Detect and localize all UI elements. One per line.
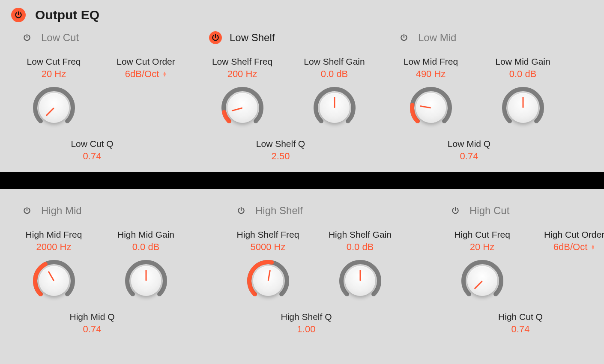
low-cut-param-1: Low Cut Order 6dB/Oct ▲▼ bbox=[113, 57, 179, 130]
knob[interactable] bbox=[32, 259, 76, 303]
module-high-mid-power-button[interactable] bbox=[21, 204, 33, 217]
module-low-mid-params: Low Mid Freq 490 Hz Low Mid Gain 0.0 dB bbox=[390, 46, 578, 130]
module-high-mid-q-value[interactable]: 0.74 bbox=[13, 324, 171, 335]
high-cut-param-0-label: High Cut Freq bbox=[454, 230, 510, 240]
module-high-mid-title: High Mid bbox=[41, 205, 82, 217]
module-low-cut-header: Low Cut bbox=[13, 29, 201, 46]
module-high-shelf-header: High Shelf bbox=[227, 202, 441, 219]
module-high-shelf-q-value[interactable]: 1.00 bbox=[227, 324, 386, 335]
low-mid-param-0-label: Low Mid Freq bbox=[404, 57, 458, 67]
eq-row-bottom: High Mid High Mid Freq 2000 Hz High Mid … bbox=[0, 189, 604, 345]
high-mid-param-1: High Mid Gain 0.0 dB bbox=[113, 230, 179, 303]
knob[interactable] bbox=[220, 86, 265, 130]
module-high-cut-title: High Cut bbox=[469, 205, 509, 217]
module-low-cut-power-button[interactable] bbox=[21, 31, 33, 44]
high-cut-param-1-label: High Cut Order bbox=[544, 230, 604, 240]
module-high-shelf-power-button[interactable] bbox=[235, 204, 248, 217]
low-mid-param-0: Low Mid Freq 490 Hz bbox=[398, 57, 464, 130]
low-cut-param-0-label: Low Cut Freq bbox=[27, 57, 81, 67]
module-high-shelf-q: High Shelf Q 1.00 bbox=[227, 312, 386, 335]
low-shelf-param-1: Low Shelf Gain 0.0 dB bbox=[301, 57, 368, 130]
low-cut-param-1-label: Low Cut Order bbox=[117, 57, 175, 67]
knob[interactable] bbox=[312, 86, 357, 130]
high-cut-param-1: High Cut Order 6dB/Oct ▲▼ bbox=[541, 230, 604, 303]
high-cut-param-0-value[interactable]: 20 Hz bbox=[470, 242, 494, 253]
module-high-mid-header: High Mid bbox=[13, 202, 227, 219]
chevron-up-down-icon: ▲▼ bbox=[162, 72, 167, 77]
module-low-cut-q: Low Cut Q 0.74 bbox=[13, 139, 171, 162]
module-low-shelf-header: Low Shelf bbox=[201, 29, 390, 46]
module-low-shelf: Low Shelf Low Shelf Freq 200 Hz Low Shel… bbox=[201, 29, 390, 162]
knob[interactable] bbox=[32, 86, 76, 130]
high-mid-param-0-value[interactable]: 2000 Hz bbox=[36, 242, 72, 253]
module-low-mid: Low Mid Low Mid Freq 490 Hz Low Mid Gain… bbox=[390, 29, 578, 162]
module-low-shelf-power-button[interactable] bbox=[209, 31, 222, 44]
high-mid-param-1-value[interactable]: 0.0 dB bbox=[132, 242, 160, 253]
module-high-cut: High Cut High Cut Freq 20 Hz High Cut Or… bbox=[441, 202, 604, 335]
chevron-up-down-icon: ▲▼ bbox=[591, 245, 595, 250]
high-shelf-param-1-value[interactable]: 0.0 dB bbox=[347, 242, 374, 253]
master-header: Output EQ bbox=[0, 0, 604, 25]
module-low-shelf-q: Low Shelf Q 2.50 bbox=[201, 139, 360, 162]
low-shelf-param-0-value[interactable]: 200 Hz bbox=[227, 69, 257, 80]
module-high-cut-power-button[interactable] bbox=[449, 204, 462, 217]
module-low-cut-q-value[interactable]: 0.74 bbox=[13, 151, 171, 162]
high-shelf-param-0: High Shelf Freq 5000 Hz bbox=[235, 230, 301, 303]
knob[interactable] bbox=[124, 259, 168, 303]
module-low-cut: Low Cut Low Cut Freq 20 Hz Low Cut Order… bbox=[13, 29, 201, 162]
module-low-mid-q-label: Low Mid Q bbox=[390, 139, 548, 149]
module-low-mid-power-button[interactable] bbox=[398, 31, 410, 44]
low-shelf-param-1-label: Low Shelf Gain bbox=[304, 57, 365, 67]
knob[interactable] bbox=[501, 86, 545, 130]
module-low-mid-q-value[interactable]: 0.74 bbox=[390, 151, 548, 162]
low-mid-param-0-value[interactable]: 490 Hz bbox=[416, 69, 446, 80]
page-title: Output EQ bbox=[35, 8, 99, 22]
module-high-shelf-title: High Shelf bbox=[255, 205, 303, 217]
high-cut-param-1-select[interactable]: 6dB/Oct ▲▼ bbox=[553, 242, 595, 253]
knob[interactable] bbox=[409, 86, 453, 130]
high-shelf-param-0-value[interactable]: 5000 Hz bbox=[251, 242, 286, 253]
knob[interactable] bbox=[246, 259, 290, 303]
low-cut-param-1-select-value: 6dB/Oct bbox=[125, 69, 159, 80]
high-shelf-param-0-label: High Shelf Freq bbox=[237, 230, 299, 240]
low-mid-param-1: Low Mid Gain 0.0 dB bbox=[490, 57, 556, 130]
high-cut-param-0: High Cut Freq 20 Hz bbox=[449, 230, 515, 303]
high-mid-param-1-label: High Mid Gain bbox=[117, 230, 174, 240]
high-shelf-param-1-label: High Shelf Gain bbox=[329, 230, 392, 240]
knob[interactable] bbox=[460, 259, 505, 303]
module-low-mid-header: Low Mid bbox=[390, 29, 578, 46]
high-cut-param-1-select-value: 6dB/Oct bbox=[553, 242, 587, 253]
module-high-cut-q-value[interactable]: 0.74 bbox=[441, 324, 600, 335]
module-high-cut-params: High Cut Freq 20 Hz High Cut Order 6dB/O… bbox=[441, 219, 604, 303]
module-high-mid-q-label: High Mid Q bbox=[13, 312, 171, 322]
module-low-shelf-params: Low Shelf Freq 200 Hz Low Shelf Gain 0.0… bbox=[201, 46, 390, 130]
low-shelf-param-1-value[interactable]: 0.0 dB bbox=[321, 69, 348, 80]
module-low-cut-title: Low Cut bbox=[41, 32, 79, 44]
low-cut-param-1-select[interactable]: 6dB/Oct ▲▼ bbox=[125, 69, 167, 80]
module-low-shelf-title: Low Shelf bbox=[230, 32, 275, 44]
low-cut-param-0: Low Cut Freq 20 Hz bbox=[21, 57, 87, 130]
module-low-cut-q-label: Low Cut Q bbox=[13, 139, 171, 149]
low-cut-param-0-value[interactable]: 20 Hz bbox=[42, 69, 66, 80]
eq-row-top: Low Cut Low Cut Freq 20 Hz Low Cut Order… bbox=[0, 25, 604, 172]
module-high-cut-q-label: High Cut Q bbox=[441, 312, 600, 322]
module-high-cut-header: High Cut bbox=[441, 202, 604, 219]
module-high-mid-params: High Mid Freq 2000 Hz High Mid Gain 0.0 … bbox=[13, 219, 227, 303]
low-mid-param-1-label: Low Mid Gain bbox=[495, 57, 550, 67]
module-low-shelf-q-value[interactable]: 2.50 bbox=[201, 151, 360, 162]
row-divider bbox=[0, 172, 604, 189]
low-shelf-param-0: Low Shelf Freq 200 Hz bbox=[209, 57, 275, 130]
high-shelf-param-1: High Shelf Gain 0.0 dB bbox=[327, 230, 393, 303]
module-low-cut-params: Low Cut Freq 20 Hz Low Cut Order 6dB/Oct… bbox=[13, 46, 201, 130]
low-mid-param-1-value[interactable]: 0.0 dB bbox=[509, 69, 537, 80]
module-high-shelf-params: High Shelf Freq 5000 Hz High Shelf Gain … bbox=[227, 219, 441, 303]
module-high-shelf-q-label: High Shelf Q bbox=[227, 312, 386, 322]
high-mid-param-0-label: High Mid Freq bbox=[26, 230, 82, 240]
module-high-mid-q: High Mid Q 0.74 bbox=[13, 312, 171, 335]
module-low-mid-q: Low Mid Q 0.74 bbox=[390, 139, 548, 162]
high-mid-param-0: High Mid Freq 2000 Hz bbox=[21, 230, 87, 303]
module-high-cut-q: High Cut Q 0.74 bbox=[441, 312, 600, 335]
knob[interactable] bbox=[338, 259, 383, 303]
master-power-button[interactable] bbox=[11, 8, 26, 22]
low-shelf-param-0-label: Low Shelf Freq bbox=[212, 57, 272, 67]
